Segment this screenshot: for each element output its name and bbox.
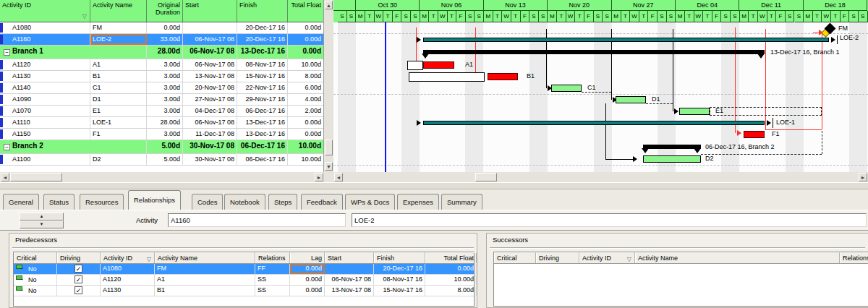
timescale-day[interactable]: T: [557, 11, 566, 22]
timescale-day[interactable]: T: [813, 11, 822, 22]
timescale-day[interactable]: S: [475, 11, 484, 22]
gantt-horizontal-scrollbar[interactable]: ◄ ►: [333, 172, 868, 182]
timescale-day[interactable]: S: [338, 11, 347, 22]
column-header[interactable]: Relations: [840, 252, 868, 263]
timescale-week[interactable]: Nov 06: [420, 0, 483, 11]
timescale-day[interactable]: M: [804, 11, 813, 22]
gantt-bar-c1[interactable]: [551, 85, 582, 92]
column-header[interactable]: Finish: [237, 0, 288, 22]
driving-checkbox[interactable]: ✓: [75, 275, 82, 283]
table-row[interactable]: A1130B13.00d13-Nov-17 0815-Nov-17 168.00…: [0, 71, 323, 82]
column-header[interactable]: Activity ID▽: [579, 252, 635, 263]
column-header[interactable]: Activity Name: [635, 252, 840, 263]
column-header[interactable]: Activity Name: [90, 0, 147, 22]
tab-wps-docs[interactable]: WPs & Docs: [345, 194, 395, 210]
timescale-day[interactable]: T: [749, 11, 758, 22]
column-header[interactable]: Critical: [494, 252, 536, 263]
sort-filter-icon[interactable]: ▽: [627, 256, 631, 262]
gantt-bar-f1[interactable]: [744, 131, 765, 138]
timescale-day[interactable]: S: [539, 11, 548, 22]
table-row[interactable]: A1100D25.00d30-Nov-17 0806-Dec-17 1610.0…: [0, 154, 323, 166]
timescale-day[interactable]: W: [438, 11, 448, 22]
table-row[interactable]: A1150F13.00d11-Dec-17 0813-Dec-17 160.00…: [0, 129, 323, 140]
column-header[interactable]: Driving: [536, 252, 579, 263]
spinner-down-button[interactable]: ▼: [20, 221, 64, 228]
timescale-day[interactable]: T: [429, 11, 438, 22]
timescale-week[interactable]: Dec 11: [739, 0, 803, 11]
timescale-day[interactable]: F: [776, 11, 786, 22]
scroll-right-button[interactable]: ►: [859, 173, 867, 181]
table-row[interactable]: A1070E13.00d04-Dec-17 0806-Dec-17 162.00…: [0, 106, 323, 117]
timescale-day[interactable]: T: [365, 11, 375, 22]
table-row[interactable]: A1080FM0.00d20-Dec-17 160.00d: [0, 22, 323, 34]
timescale-day[interactable]: W: [694, 11, 704, 22]
timescale-day[interactable]: F: [584, 11, 594, 22]
gantt-bar-b1[interactable]: [488, 73, 518, 80]
column-header[interactable]: Original Duration: [147, 0, 183, 22]
activity-id-field[interactable]: [168, 213, 346, 227]
table-vertical-scrollbar[interactable]: ▲ ▼: [324, 0, 333, 172]
timescale-day[interactable]: S: [658, 11, 667, 22]
tab-expenses[interactable]: Expenses: [397, 194, 439, 210]
timescale-day[interactable]: M: [612, 11, 621, 22]
group-row[interactable]: −Branch 128.00d06-Nov-17 0813-Dec-17 160…: [0, 46, 323, 59]
timescale-day[interactable]: S: [721, 11, 731, 22]
column-header[interactable]: Finish: [374, 252, 425, 263]
column-header[interactable]: Activity ID▽: [0, 0, 90, 22]
timescale-day[interactable]: S: [466, 11, 475, 22]
timescale-day[interactable]: W: [375, 11, 384, 22]
tab-codes[interactable]: Codes: [192, 194, 223, 210]
horizontal-scroll-thumb[interactable]: [10, 173, 62, 181]
collapse-minus-icon[interactable]: −: [4, 49, 10, 56]
timescale-day[interactable]: M: [420, 11, 430, 22]
spinner-up-button[interactable]: ▲: [20, 213, 64, 221]
timescale-day[interactable]: T: [448, 11, 457, 22]
scroll-left-button[interactable]: ◄: [334, 173, 343, 181]
timescale-day[interactable]: M: [356, 11, 365, 22]
table-row[interactable]: A1160LOE-233.00d06-Nov-17 0820-Dec-17 16…: [0, 34, 323, 46]
timescale-week[interactable]: [333, 0, 356, 11]
column-header[interactable]: Start: [183, 0, 237, 22]
timescale-day[interactable]: T: [575, 11, 584, 22]
driving-checkbox[interactable]: ✓: [75, 265, 82, 273]
timescale-day[interactable]: W: [630, 11, 639, 22]
timescale-day[interactable]: S: [667, 11, 676, 22]
tab-feedback[interactable]: Feedback: [301, 194, 343, 210]
timescale-week[interactable]: Dec 18: [804, 0, 867, 11]
gantt-bar-d2[interactable]: [643, 155, 701, 163]
table-horizontal-scrollbar[interactable]: ◄ ►: [0, 172, 324, 182]
timescale-day[interactable]: M: [548, 11, 557, 22]
gantt-bar-e1[interactable]: [679, 108, 710, 115]
driving-checkbox[interactable]: ✓: [75, 286, 82, 294]
gantt-bar-loe2[interactable]: [423, 38, 829, 42]
vertical-scroll-thumb[interactable]: [325, 140, 333, 155]
gantt-bar-a1-early[interactable]: [407, 61, 423, 70]
timescale-day[interactable]: M: [484, 11, 493, 22]
tab-notebook[interactable]: Notebook: [224, 194, 265, 210]
timescale-day[interactable]: S: [731, 11, 740, 22]
timescale-day[interactable]: S: [529, 11, 539, 22]
gantt-bar-branch2[interactable]: [643, 145, 701, 149]
scroll-left-button[interactable]: ◄: [1, 173, 9, 181]
scroll-down-button[interactable]: ▼: [325, 162, 333, 171]
timescale-day[interactable]: T: [703, 11, 712, 22]
timescale-day[interactable]: T: [493, 11, 503, 22]
column-header[interactable]: Relations: [255, 252, 290, 263]
sort-filter-icon[interactable]: ▽: [147, 256, 151, 262]
timescale-day[interactable]: F: [393, 11, 402, 22]
column-header[interactable]: Driving: [57, 252, 101, 263]
timescale-week[interactable]: Oct 30: [356, 0, 420, 11]
timescale-week[interactable]: Nov 27: [612, 0, 676, 11]
collapse-minus-icon[interactable]: −: [4, 144, 10, 150]
gantt-bar-branch1[interactable]: [423, 50, 765, 54]
table-row[interactable]: A1120A13.00d06-Nov-17 0808-Nov-17 1610.0…: [0, 59, 323, 71]
tab-summary[interactable]: Summary: [441, 194, 482, 210]
gantt-bar-a1[interactable]: [423, 61, 454, 69]
timescale-day[interactable]: T: [383, 11, 393, 22]
tab-relationships[interactable]: Relationships: [128, 190, 181, 210]
timescale-day[interactable]: T: [767, 11, 777, 22]
collapse-icon[interactable]: −: [0, 46, 10, 59]
sort-filter-icon[interactable]: ▽: [82, 13, 87, 20]
table-row[interactable]: A1140C13.00d20-Nov-17 0822-Nov-17 166.00…: [0, 82, 323, 94]
activity-name-field[interactable]: [352, 213, 867, 227]
